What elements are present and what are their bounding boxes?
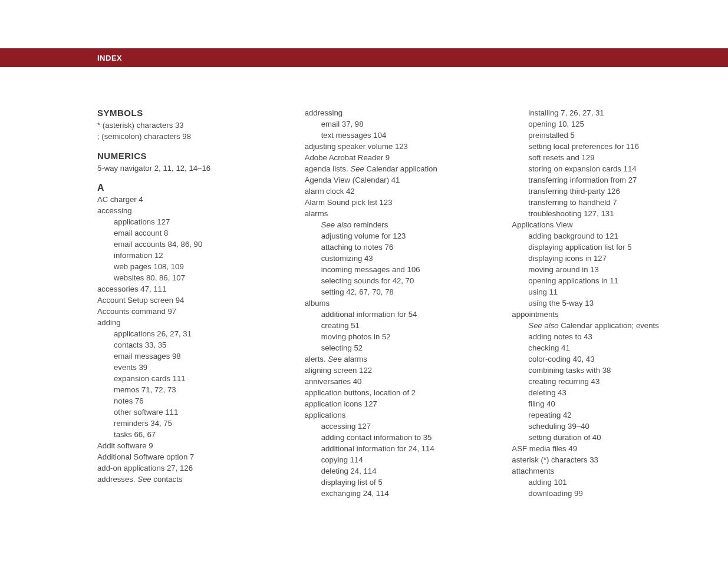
index-entry: information 12	[97, 250, 272, 261]
index-entry: AC charger 4	[97, 194, 272, 205]
index-entry: Account Setup screen 94	[97, 295, 272, 306]
index-entry: opening applications in 11	[512, 275, 687, 286]
index-entry: adding	[97, 317, 272, 328]
index-entry: copying 114	[305, 454, 480, 465]
index-entry: SYMBOLS	[97, 107, 272, 118]
index-entry: web pages 108, 109	[97, 261, 272, 272]
index-entry: alarms	[305, 208, 480, 219]
header-title: INDEX	[97, 54, 122, 62]
index-entry: asterisk (*) characters 33	[512, 454, 687, 465]
index-entry: adjusting speaker volume 123	[305, 141, 480, 152]
index-entry: See also reminders	[305, 219, 480, 230]
index-entry: incoming messages and 106	[305, 264, 480, 275]
index-entry: selecting sounds for 42, 70	[305, 275, 480, 286]
index-entry: appointments	[512, 309, 687, 320]
index-entry: ; (semicolon) characters 98	[97, 131, 272, 142]
index-entry: accessing 127	[305, 421, 480, 432]
index-entry: installing 7, 26, 27, 31	[512, 107, 687, 118]
index-entry: A	[97, 182, 272, 193]
index-entry: setting 42, 67, 70, 78	[305, 286, 480, 297]
index-entry: Additional Software option 7	[97, 451, 272, 462]
index-entry: alerts. See alarms	[305, 353, 480, 365]
index-entry: exchanging 24, 114	[305, 488, 480, 499]
index-entry: email messages 98	[97, 351, 272, 362]
index-entry: downloading 99	[512, 488, 687, 499]
index-entry: email account 8	[97, 227, 272, 239]
index-entry: * (asterisk) characters 33	[97, 120, 272, 131]
index-entry: Agenda View (Calendar) 41	[305, 174, 480, 186]
index-column-2: addressingemail 37, 98text messages 104a…	[305, 107, 480, 499]
index-entry: Alarm Sound pick list 123	[305, 197, 480, 208]
index-entry: opening 10, 125	[512, 118, 687, 130]
index-entry: events 39	[97, 362, 272, 373]
index-entry: applications	[305, 409, 480, 421]
index-entry: additional information for 24, 114	[305, 443, 480, 454]
index-entry: setting local preferences for 116	[512, 141, 687, 152]
index-entry: memos 71, 72, 73	[97, 384, 272, 395]
page: INDEX SYMBOLS* (asterisk) characters 33;…	[0, 48, 728, 562]
index-entry: websites 80, 86, 107	[97, 272, 272, 283]
index-entry: 5-way navigator 2, 11, 12, 14–16	[97, 163, 272, 174]
index-entry: transferring to handheld 7	[512, 197, 687, 208]
index-entry: customizing 43	[305, 253, 480, 264]
index-entry: text messages 104	[305, 130, 480, 141]
index-entry: aligning screen 122	[305, 365, 480, 376]
index-entry: filing 40	[512, 398, 687, 409]
index-entry: accessories 47, 111	[97, 283, 272, 295]
index-entry: combining tasks with 38	[512, 365, 687, 376]
index-entry: adjusting volume for 123	[305, 230, 480, 242]
index-entry: application buttons, location of 2	[305, 387, 480, 398]
index-entry: contacts 33, 35	[97, 339, 272, 351]
index-entry: accessing	[97, 205, 272, 216]
index-entry: Applications View	[512, 219, 687, 230]
index-entry: deleting 24, 114	[305, 465, 480, 477]
index-entry: anniversaries 40	[305, 376, 480, 387]
index-entry: albums	[305, 297, 480, 309]
index-entry: soft resets and 129	[512, 152, 687, 163]
index-entry: preinstalled 5	[512, 130, 687, 141]
index-entry: email 37, 98	[305, 118, 480, 130]
index-entry: creating recurring 43	[512, 376, 687, 387]
index-entry: moving photos in 52	[305, 331, 480, 342]
index-entry: add-on applications 27, 126	[97, 462, 272, 474]
index-entry: creating 51	[305, 320, 480, 331]
index-entry: adding contact information to 35	[305, 432, 480, 443]
index-entry: deleting 43	[512, 387, 687, 398]
index-entry: repeating 42	[512, 409, 687, 421]
index-entry: additional information for 54	[305, 309, 480, 320]
index-entry: attaching to notes 76	[305, 242, 480, 253]
spacer	[97, 142, 272, 150]
index-entry: storing on expansion cards 114	[512, 163, 687, 174]
index-entry: selecting 52	[305, 342, 480, 353]
index-entry: troubleshooting 127, 131	[512, 208, 687, 219]
index-column-3: installing 7, 26, 27, 31opening 10, 125p…	[512, 107, 687, 499]
index-entry: addresses. See contacts	[97, 474, 272, 485]
index-entry: agenda lists. See Calendar application	[305, 163, 480, 174]
index-entry: Accounts command 97	[97, 306, 272, 317]
index-entry: expansion cards 111	[97, 373, 272, 384]
header-band: INDEX	[0, 48, 728, 67]
index-entry: notes 76	[97, 395, 272, 406]
index-entry: adding 101	[512, 477, 687, 488]
index-entry: applications 127	[97, 216, 272, 227]
index-entry: setting duration of 40	[512, 432, 687, 443]
index-entry: application icons 127	[305, 398, 480, 409]
index-entry: applications 26, 27, 31	[97, 328, 272, 339]
index-entry: adding background to 121	[512, 230, 687, 242]
index-entry: Adobe Acrobat Reader 9	[305, 152, 480, 163]
index-entry: adding notes to 43	[512, 331, 687, 342]
index-entry: checking 41	[512, 342, 687, 353]
index-entry: transferring third-party 126	[512, 186, 687, 197]
index-entry: ASF media files 49	[512, 443, 687, 454]
index-entry: color-coding 40, 43	[512, 353, 687, 365]
index-entry: alarm clock 42	[305, 186, 480, 197]
index-content: SYMBOLS* (asterisk) characters 33; (semi…	[0, 67, 728, 499]
index-entry: Addit software 9	[97, 440, 272, 451]
index-entry: displaying icons in 127	[512, 253, 687, 264]
index-entry: tasks 66, 67	[97, 429, 272, 440]
index-entry: using the 5-way 13	[512, 297, 687, 309]
index-entry: moving around in 13	[512, 264, 687, 275]
index-entry: other software 111	[97, 406, 272, 418]
index-entry: attachments	[512, 465, 687, 477]
index-entry: See also Calendar application; events	[512, 320, 687, 331]
